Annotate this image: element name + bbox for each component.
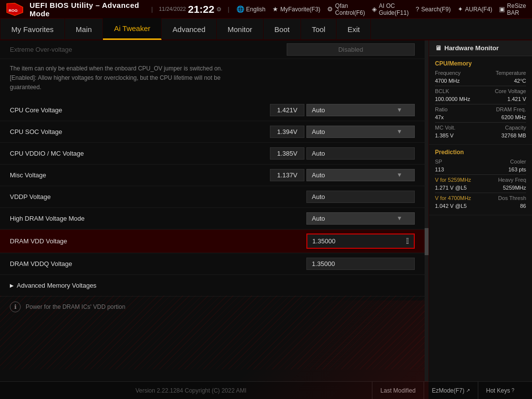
header-sep: | bbox=[151, 5, 153, 13]
language-selector[interactable]: 🌐 English bbox=[236, 5, 266, 13]
high-dram-mode-row[interactable]: High DRAM Voltage Mode Auto ▼ bbox=[0, 208, 425, 230]
extreme-voltage-row: Extreme Over-voltage Disabled bbox=[0, 40, 425, 59]
cooler-value: 163 pts bbox=[508, 166, 526, 172]
scroll-thumb[interactable] bbox=[425, 228, 429, 255]
nav-advanced[interactable]: Advanced bbox=[162, 18, 217, 40]
cpu-memory-section: CPU/Memory Frequency Temperature 4700 MH… bbox=[429, 56, 532, 145]
rog-logo-icon: ROG bbox=[6, 2, 24, 16]
resize-bar-button[interactable]: ▣ ReSize BAR bbox=[499, 2, 526, 16]
cpu-core-voltage-row[interactable]: CPU Core Voltage 1.421V Auto ▼ bbox=[0, 100, 425, 121]
mc-volt-value: 1.385 V bbox=[435, 133, 454, 138]
last-modified-button[interactable]: Last Modified bbox=[372, 382, 423, 399]
star-icon: ★ bbox=[272, 5, 278, 13]
ez-mode-button[interactable]: EzMode(F7) ↗ bbox=[424, 382, 478, 399]
cpu-soc-voltage-numeric: 1.394V bbox=[270, 126, 304, 138]
dram-vddq-voltage-row[interactable]: DRAM VDDQ Voltage 1.35000 bbox=[0, 253, 425, 275]
v4700-value: 1.042 V @L5 bbox=[435, 203, 466, 209]
monitor-icon: 🖥 bbox=[435, 44, 441, 52]
divider3 bbox=[435, 122, 526, 123]
advanced-memory-voltages-row[interactable]: ▶ Advanced Memory Voltages bbox=[0, 275, 425, 297]
dram-vdd-voltage-label: DRAM VDD Voltage bbox=[10, 237, 306, 245]
my-favorite-label: MyFavorite(F3) bbox=[280, 6, 320, 13]
desc-line1: The item can only be enabled when the on… bbox=[10, 64, 415, 73]
aura-icon: ✦ bbox=[458, 5, 463, 13]
misc-voltage-dropdown[interactable]: Auto ▼ bbox=[306, 169, 415, 181]
misc-voltage-row[interactable]: Misc Voltage 1.137V Auto ▼ bbox=[0, 165, 425, 186]
vddp-voltage-label: VDDP Voltage bbox=[10, 193, 306, 200]
capacity-label: Capacity bbox=[505, 125, 526, 131]
desc-line2: [Enabled]: Allow higher voltages for ove… bbox=[10, 73, 415, 83]
app-title: UEFI BIOS Utility – Advanced Mode bbox=[30, 1, 141, 18]
nav-monitor[interactable]: Monitor bbox=[217, 18, 264, 40]
aura-button[interactable]: ✦ AURA(F4) bbox=[458, 5, 492, 13]
main-layout: Extreme Over-voltage Disabled The item c… bbox=[0, 40, 532, 381]
scrollbar[interactable] bbox=[425, 40, 429, 381]
cpu-vddio-row[interactable]: CPU VDDIO / MC Voltage 1.385V Auto bbox=[0, 143, 425, 165]
cpu-soc-voltage-row[interactable]: CPU SOC Voltage 1.394V Auto ▼ bbox=[0, 121, 425, 143]
qfan-label: Qfan Control(F6) bbox=[335, 2, 365, 16]
dram-vddq-voltage-input: 1.35000 bbox=[306, 258, 415, 270]
footer-buttons: Last Modified EzMode(F7) ↗ Hot Keys ? bbox=[372, 382, 522, 399]
question-icon: ? bbox=[511, 388, 514, 393]
cooler-label: Cooler bbox=[510, 159, 526, 165]
mc-volt-label: MC Volt. bbox=[435, 125, 456, 131]
extreme-voltage-value: Disabled bbox=[287, 43, 415, 56]
ez-mode-icon: ↗ bbox=[466, 388, 470, 393]
mc-volt-row: MC Volt. Capacity bbox=[435, 125, 526, 131]
misc-voltage-label: Misc Voltage bbox=[10, 171, 270, 179]
cpu-core-voltage-dropdown[interactable]: Auto ▼ bbox=[306, 104, 415, 116]
nav-ai-tweaker[interactable]: Ai Tweaker bbox=[103, 18, 162, 40]
hot-keys-label: Hot Keys bbox=[486, 387, 510, 394]
v4700-freq-label: V for 4700MHz bbox=[435, 195, 471, 201]
frequency-label: Frequency bbox=[435, 70, 461, 76]
divider5 bbox=[435, 193, 526, 193]
nav-main[interactable]: Main bbox=[65, 18, 103, 40]
advanced-memory-link[interactable]: ▶ Advanced Memory Voltages bbox=[10, 282, 97, 289]
advanced-memory-label: Advanced Memory Voltages bbox=[17, 282, 97, 289]
extreme-voltage-label: Extreme Over-voltage bbox=[10, 46, 287, 53]
ai-oc-label: AI OC Guide(F11) bbox=[379, 2, 409, 16]
dram-freq-value: 6200 MHz bbox=[501, 114, 526, 120]
frequency-row: Frequency Temperature bbox=[435, 70, 526, 76]
toolbar: 🌐 English ★ MyFavorite(F3) ⚙ Qfan Contro… bbox=[236, 2, 526, 16]
ratio-value-row: 47x 6200 MHz bbox=[435, 114, 526, 120]
high-dram-mode-dropdown[interactable]: Auto ▼ bbox=[306, 212, 415, 225]
qfan-button[interactable]: ⚙ Qfan Control(F6) bbox=[327, 2, 365, 16]
nav-my-favorites[interactable]: My Favorites bbox=[0, 18, 65, 40]
cpu-soc-voltage-dropdown[interactable]: Auto ▼ bbox=[306, 126, 415, 138]
aura-label: AURA(F4) bbox=[465, 6, 492, 13]
ez-mode-label: EzMode(F7) bbox=[432, 387, 465, 394]
core-voltage-value: 1.421 V bbox=[507, 96, 526, 102]
gear-icon[interactable]: ⚙ bbox=[216, 6, 222, 13]
v5259-value: 1.271 V @L5 bbox=[435, 185, 466, 191]
last-modified-label: Last Modified bbox=[380, 387, 415, 394]
mc-volt-value-row: 1.385 V 32768 MB bbox=[435, 133, 526, 138]
fan-icon: ⚙ bbox=[327, 5, 333, 13]
resize-bar-label: ReSize BAR bbox=[507, 2, 526, 16]
chevron-down-icon: ▼ bbox=[397, 215, 402, 222]
v4700-label-row: V for 4700MHz Dos Thresh bbox=[435, 195, 526, 201]
language-label: English bbox=[246, 6, 266, 13]
v4700-thresh-label: Dos Thresh bbox=[498, 195, 526, 201]
nav-exit[interactable]: Exit bbox=[336, 18, 371, 40]
nav-boot[interactable]: Boot bbox=[264, 18, 301, 40]
dram-vdd-voltage-input[interactable]: 1.35000 𝕀 bbox=[306, 233, 415, 249]
nav-tool[interactable]: Tool bbox=[301, 18, 337, 40]
dram-freq-label: DRAM Freq. bbox=[496, 106, 526, 112]
date-display: 11/24/2022 bbox=[159, 6, 186, 12]
info-icon: ℹ bbox=[10, 301, 21, 312]
dram-vdd-voltage-row[interactable]: DRAM VDD Voltage 1.35000 𝕀 bbox=[0, 230, 425, 253]
version-text: Version 2.22.1284 Copyright (C) 2022 AMI bbox=[10, 387, 372, 394]
v4700-thresh-value: 86 bbox=[520, 203, 526, 209]
my-favorite-button[interactable]: ★ MyFavorite(F3) bbox=[272, 5, 320, 13]
prediction-section: Prediction SP Cooler 113 163 pts V for 5… bbox=[429, 145, 532, 215]
divider1 bbox=[435, 86, 526, 86]
search-label: Search(F9) bbox=[421, 6, 451, 13]
vddp-voltage-row[interactable]: VDDP Voltage Auto bbox=[0, 186, 425, 208]
v5259-freq-label: V for 5259MHz bbox=[435, 177, 471, 183]
vddp-voltage-input: Auto bbox=[306, 191, 415, 203]
sp-row: SP Cooler bbox=[435, 159, 526, 165]
hot-keys-button[interactable]: Hot Keys ? bbox=[478, 382, 522, 399]
ai-oc-button[interactable]: ◈ AI OC Guide(F11) bbox=[372, 2, 409, 16]
search-button[interactable]: ? Search(F9) bbox=[416, 5, 451, 13]
